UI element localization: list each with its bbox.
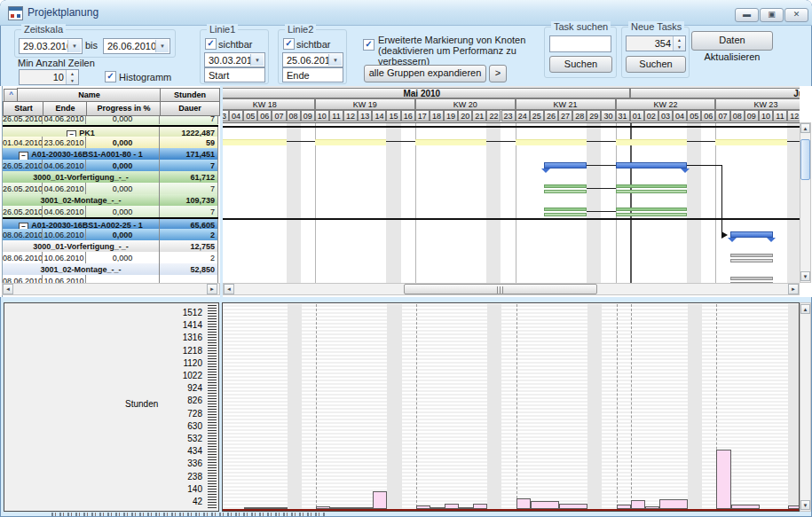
gantt-bar-summary[interactable] [544, 162, 587, 168]
day-cell[interactable]: 30 [601, 110, 615, 121]
gantt-bar-pk1[interactable] [415, 139, 487, 145]
gantt-bar-pk1[interactable] [315, 139, 387, 145]
table-row[interactable]: 26.05.201004.06.20100,0007 [3, 183, 218, 195]
linie2-sichtbar-checkbox[interactable]: ✓ [283, 38, 295, 50]
day-cell[interactable]: 05 [243, 110, 257, 121]
day-cell[interactable]: 31 [616, 110, 630, 121]
linie2-caption-field[interactable]: Ende [282, 67, 343, 82]
gantt-bar-task[interactable] [730, 254, 773, 257]
collapse-row-icon[interactable]: − [19, 152, 28, 160]
day-cell[interactable]: 08 [287, 110, 301, 121]
linie1-caption-field[interactable]: Start [204, 67, 265, 82]
chevron-down-icon[interactable]: ▼ [67, 40, 81, 52]
min-zeilen-spinner[interactable]: 10 ▲▼ [19, 69, 79, 85]
maximize-button[interactable]: ▣ [760, 8, 784, 22]
day-cell[interactable]: 11 [773, 110, 787, 121]
minimize-button[interactable]: ▬ [735, 8, 759, 22]
day-cell[interactable]: 07 [715, 110, 729, 121]
day-cell[interactable]: 12 [343, 110, 358, 121]
spinner-arrows-icon[interactable]: ▲▼ [673, 36, 685, 51]
gantt-bar-task[interactable] [544, 190, 587, 193]
histogram-vscrollbar[interactable] [800, 302, 811, 512]
day-cell[interactable]: 06 [257, 110, 272, 121]
day-cell[interactable]: 06 [701, 110, 715, 121]
table-row[interactable]: 3000_01-Vorfertigung_-_-12,755 [3, 240, 218, 253]
table-row[interactable]: 3000_01-Vorfertigung_-_-61,712 [3, 171, 218, 184]
day-cell[interactable]: 05 [687, 110, 701, 121]
day-cell[interactable]: 11 [329, 110, 343, 121]
day-cell[interactable]: 19 [444, 110, 458, 121]
day-cell[interactable]: 25 [530, 110, 544, 121]
gantt-hscroll-thumb[interactable] [404, 284, 597, 294]
day-cell[interactable]: 24 [516, 110, 530, 121]
gantt-bar-task[interactable] [616, 208, 688, 211]
week-cell-kw20[interactable]: KW 20 [415, 98, 516, 110]
week-cell-kw23[interactable]: KW 23 [715, 98, 800, 110]
day-cell[interactable]: 21 [472, 110, 486, 121]
chevron-down-icon[interactable]: ▼ [155, 40, 169, 52]
day-cell[interactable]: 18 [430, 110, 444, 121]
day-cell[interactable]: 15 [386, 110, 400, 121]
scroll-down-icon[interactable]: ▼ [800, 500, 810, 510]
gantt-bar-task[interactable] [616, 213, 688, 216]
chevron-down-icon[interactable]: ▼ [250, 54, 264, 66]
day-cell[interactable]: 20 [458, 110, 472, 121]
linie2-date-dropdown[interactable]: 25.06.2010 ▼ [282, 52, 343, 67]
table-row[interactable]: 08.06.201010.06.20100,0002 [3, 252, 218, 264]
gantt-bar-task[interactable] [616, 184, 688, 188]
day-cell[interactable]: 04 [673, 110, 687, 121]
scroll-right-icon[interactable]: ► [788, 284, 799, 294]
day-cell[interactable]: 03 [658, 110, 673, 121]
day-cell[interactable]: 08 [730, 110, 745, 121]
gantt-vscroll-thumb[interactable] [800, 139, 810, 180]
histogramm-checkbox[interactable]: ✓ [105, 71, 116, 82]
scroll-left-icon[interactable]: ◄ [224, 284, 234, 294]
table-row[interactable]: 26.05.201004.06.20100,0007 [3, 160, 218, 172]
table-row[interactable]: 08.06.201010.06.2010 [3, 275, 218, 283]
day-cell[interactable]: 22 [486, 110, 501, 121]
gantt-bar-task[interactable] [544, 184, 587, 188]
gantt-bar-task[interactable] [544, 208, 587, 211]
scroll-right-icon[interactable]: ► [207, 284, 217, 294]
table-row[interactable]: 3001_02-Montage_-_-52,850 [3, 263, 218, 276]
more-button[interactable]: > [489, 65, 507, 82]
table-row[interactable]: 3001_02-Montage_-_-109,739 [3, 194, 218, 207]
title-bar[interactable]: Projektplanung ▬ ▣ ✕ [0, 0, 812, 26]
day-cell[interactable]: 27 [558, 110, 572, 121]
scroll-left-icon[interactable]: ◄ [3, 284, 13, 294]
grid-hscrollbar[interactable] [2, 283, 220, 295]
day-cell[interactable]: 17 [415, 110, 430, 121]
gantt-bar-task[interactable] [730, 259, 773, 262]
gantt-bar-task[interactable] [544, 213, 587, 216]
gantt-bar-task[interactable] [730, 277, 773, 280]
week-cell-kw19[interactable]: KW 19 [315, 98, 415, 110]
day-cell[interactable]: 01 [630, 110, 644, 121]
table-row[interactable]: 26.05.201004.06.20100,0007 [3, 206, 218, 218]
day-cell[interactable]: 04 [229, 110, 243, 121]
task-suchen-button[interactable]: Suchen [549, 56, 612, 73]
day-cell[interactable]: 10 [759, 110, 773, 121]
erweiterte-markierung-checkbox[interactable]: ✓ [363, 39, 374, 51]
neue-tasks-spinner[interactable]: 354 ▲▼ [626, 35, 686, 51]
month-cell-mai[interactable]: Mai 2010 [223, 88, 630, 98]
day-cell[interactable]: 12 [787, 110, 800, 121]
gantt-bar-task[interactable] [616, 190, 688, 193]
day-cell[interactable]: 14 [372, 110, 386, 121]
day-cell[interactable]: 02 [644, 110, 658, 121]
table-row[interactable]: 01.04.201023.06.20100,00059 [3, 137, 218, 149]
day-cell[interactable]: 13 [358, 110, 372, 121]
task-suchen-input[interactable] [549, 35, 611, 52]
gantt-bar-pk1[interactable] [223, 139, 287, 145]
table-row[interactable]: 08.06.201010.06.20100,0002 [3, 229, 218, 241]
week-cell-kw21[interactable]: KW 21 [516, 98, 616, 110]
day-cell[interactable]: 28 [572, 110, 587, 121]
gantt-bar-pk1[interactable] [516, 139, 587, 145]
day-cell[interactable]: 16 [401, 110, 415, 121]
zeitskala-to-dropdown[interactable]: 26.06.2010 ▼ [103, 38, 170, 54]
day-cell[interactable]: 07 [272, 110, 286, 121]
alle-gruppen-expandieren-button[interactable]: alle Gruppen expandieren [364, 65, 486, 82]
day-cell[interactable]: 23 [501, 110, 516, 121]
close-button[interactable]: ✕ [784, 8, 808, 22]
table-row[interactable]: −A01-20030-16BS1-A001-80 - 1171,451 [3, 148, 218, 161]
day-cell[interactable]: 10 [315, 110, 329, 121]
